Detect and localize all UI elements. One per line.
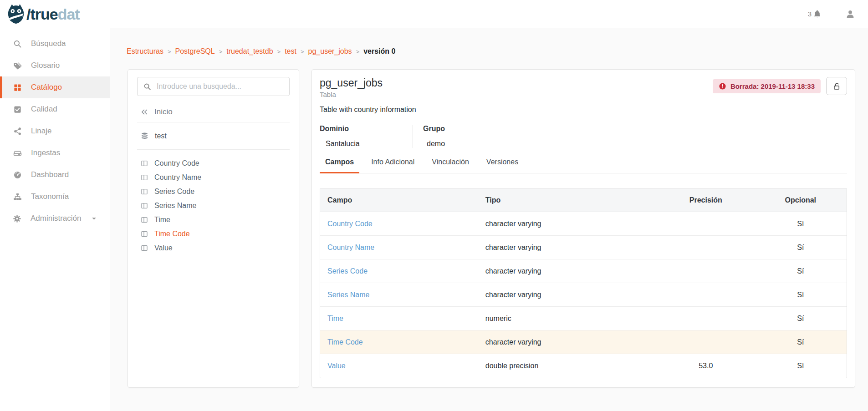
- column-header-opcional: Opcional: [755, 196, 847, 204]
- structure-metadata: Dominio Santalucia Grupo demo: [320, 125, 847, 148]
- drive-icon: [13, 149, 22, 157]
- breadcrumb-separator: >: [168, 48, 171, 55]
- breadcrumb-separator: >: [277, 48, 281, 55]
- column-icon: [141, 202, 148, 209]
- sidebar-item-linaje[interactable]: Linaje: [0, 120, 110, 142]
- sitemap-icon: [13, 193, 22, 201]
- breadcrumb-link-test[interactable]: test: [285, 47, 296, 56]
- sidebar-item-dashboard[interactable]: Dashboard: [0, 164, 110, 186]
- unlock-icon: [832, 82, 841, 91]
- sidebar-item-administracion[interactable]: Administración: [0, 208, 110, 229]
- tree-field-time-code[interactable]: Time Code: [137, 227, 290, 241]
- sidebar-item-glosario[interactable]: Glosario: [0, 55, 110, 76]
- unlock-button[interactable]: [826, 77, 847, 95]
- field-link[interactable]: Value: [320, 362, 478, 370]
- sidebar-item-label: Linaje: [31, 127, 51, 136]
- breadcrumb-link-truedat-testdb[interactable]: truedat_testdb: [226, 47, 273, 56]
- search-icon: [143, 83, 151, 91]
- tree-field-series-name[interactable]: Series Name: [137, 198, 290, 213]
- field-type: double precision: [478, 362, 657, 370]
- field-optional: Sí: [755, 291, 847, 299]
- group-value: demo: [423, 140, 445, 148]
- tab-vinculacion[interactable]: Vinculación: [426, 158, 475, 173]
- field-link[interactable]: Time: [320, 315, 478, 323]
- sidebar-item-busqueda[interactable]: Búsqueda: [0, 33, 110, 55]
- sidebar-item-catalogo[interactable]: Catálogo: [0, 76, 110, 98]
- field-link[interactable]: Series Name: [320, 291, 478, 299]
- tree-search-input[interactable]: [138, 77, 289, 96]
- column-icon: [141, 244, 148, 252]
- grid-icon: [13, 83, 22, 92]
- double-chevron-left-icon: [141, 108, 148, 116]
- field-type: character varying: [478, 338, 657, 346]
- tree-back-label: Inicio: [154, 107, 173, 117]
- tree-back-inicio[interactable]: Inicio: [137, 101, 290, 122]
- fields-table-header: Campo Tipo Precisión Opcional: [320, 188, 847, 212]
- breadcrumb-current-version: versión 0: [363, 47, 395, 56]
- tree-field-label: Time: [154, 216, 170, 224]
- field-link[interactable]: Country Code: [320, 220, 478, 228]
- table-row: Country Name character varying Sí: [320, 236, 847, 259]
- table-row: Country Code character varying Sí: [320, 212, 847, 236]
- structure-detail-panel: pg_user_jobs Tabla: [311, 69, 855, 388]
- table-row: Time numeric Sí: [320, 307, 847, 330]
- notifications-button[interactable]: 3: [808, 10, 822, 18]
- tree-node-test[interactable]: test: [137, 122, 290, 150]
- fields-table: Campo Tipo Precisión Opcional Country Co…: [320, 188, 847, 378]
- field-link[interactable]: Time Code: [320, 338, 478, 346]
- tree-field-value[interactable]: Value: [137, 241, 290, 255]
- gauge-icon: [13, 171, 22, 179]
- field-type: character varying: [478, 244, 657, 252]
- tree-field-label: Country Name: [154, 173, 201, 182]
- sidebar: Búsqueda Glosario Catálogo: [0, 28, 110, 411]
- alert-circle-icon: [719, 82, 726, 90]
- owl-logo-icon: [6, 4, 26, 25]
- breadcrumb-separator: >: [219, 48, 223, 55]
- field-optional: Sí: [755, 244, 847, 252]
- field-type: character varying: [478, 291, 657, 299]
- domain-value: Santalucia: [320, 140, 413, 148]
- column-icon: [141, 160, 148, 167]
- tab-versiones[interactable]: Versiones: [481, 158, 524, 173]
- tree-field-series-code[interactable]: Series Code: [137, 184, 290, 198]
- breadcrumb-link-postgresql[interactable]: PostgreSQL: [175, 47, 215, 56]
- bell-icon: [813, 10, 822, 18]
- breadcrumb-link-pg-user-jobs[interactable]: pg_user_jobs: [308, 47, 352, 56]
- column-icon: [141, 188, 148, 195]
- share-nodes-icon: [13, 127, 22, 136]
- breadcrumb-link-estructuras[interactable]: Estructuras: [127, 47, 163, 56]
- domain-label: Dominio: [320, 125, 413, 133]
- tree-field-time[interactable]: Time: [137, 213, 290, 227]
- notification-count: 3: [808, 10, 812, 18]
- app-header: /truedat 3: [0, 0, 868, 28]
- structure-tree-panel: Inicio test Country Cod: [128, 69, 299, 388]
- sidebar-item-ingestas[interactable]: Ingestas: [0, 142, 110, 164]
- sidebar-item-taxonomia[interactable]: Taxonomía: [0, 186, 110, 208]
- user-profile-icon[interactable]: [845, 9, 855, 19]
- sidebar-item-calidad[interactable]: Calidad: [0, 98, 110, 120]
- chevron-down-icon: [91, 216, 98, 222]
- sidebar-item-label: Calidad: [31, 105, 57, 114]
- check-square-icon: [13, 105, 22, 114]
- field-optional: Sí: [755, 338, 847, 346]
- field-link[interactable]: Series Code: [320, 267, 478, 275]
- field-type: character varying: [478, 220, 657, 228]
- group-label: Grupo: [423, 125, 445, 133]
- sidebar-item-label: Ingestas: [31, 148, 60, 157]
- tab-info-adicional[interactable]: Info Adicional: [366, 158, 420, 173]
- tree-field-country-code[interactable]: Country Code: [137, 156, 290, 170]
- truedat-logo[interactable]: /truedat: [6, 4, 80, 25]
- tree-search-box: [137, 77, 290, 96]
- breadcrumb: Estructuras > PostgreSQL > truedat_testd…: [127, 47, 868, 56]
- deleted-badge-text: Borrada: 2019-11-13 18:33: [730, 82, 815, 90]
- breadcrumb-separator: >: [356, 48, 360, 55]
- tree-field-list: Country Code Country Name Series Code Se…: [137, 156, 290, 255]
- search-icon: [13, 40, 22, 48]
- table-row: Series Code character varying Sí: [320, 259, 847, 283]
- tab-campos[interactable]: Campos: [320, 158, 359, 173]
- tree-field-country-name[interactable]: Country Name: [137, 170, 290, 184]
- structure-description: Table with country information: [320, 106, 847, 114]
- field-link[interactable]: Country Name: [320, 244, 478, 252]
- field-optional: Sí: [755, 315, 847, 323]
- tree-field-label: Country Code: [154, 159, 199, 167]
